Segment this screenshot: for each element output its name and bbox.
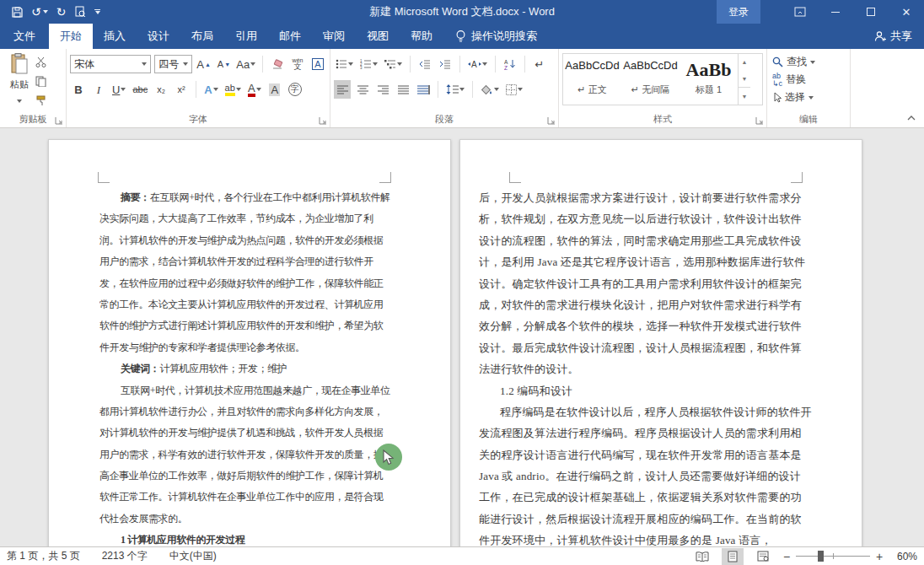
italic-button[interactable]: I bbox=[90, 80, 107, 99]
collapse-ribbon-button[interactable] bbox=[907, 114, 916, 122]
subscript-button[interactable]: x₂ bbox=[153, 80, 169, 99]
ribbon-display-options-button[interactable] bbox=[782, 0, 818, 24]
style-sample: AaBb bbox=[680, 59, 738, 81]
read-mode-button[interactable] bbox=[691, 548, 713, 565]
shrink-font-button[interactable]: A▼ bbox=[216, 55, 233, 73]
style-card-0[interactable]: AaBbCcDd↵ 正文 bbox=[563, 54, 621, 105]
word-count-status[interactable]: 2213 个字 bbox=[102, 549, 148, 563]
align-center-button[interactable] bbox=[354, 80, 371, 99]
ribbon-tab-3[interactable]: 布局 bbox=[180, 24, 224, 49]
tab-file[interactable]: 文件 bbox=[0, 24, 49, 49]
asian-layout-button[interactable]: A bbox=[466, 55, 489, 73]
style-card-2[interactable]: AaBb标题 1 bbox=[680, 54, 738, 105]
zoom-level[interactable]: 60% bbox=[892, 551, 917, 562]
decrease-indent-icon bbox=[419, 59, 431, 69]
ribbon-tab-7[interactable]: 视图 bbox=[356, 24, 400, 49]
select-button[interactable]: 选择 bbox=[771, 89, 846, 106]
zoom-slider-thumb[interactable] bbox=[818, 551, 824, 562]
close-button[interactable]: ✕ bbox=[889, 0, 924, 24]
character-shading-button[interactable]: A bbox=[266, 80, 283, 99]
document-text-line: 发流程图及算法进行程序编码。程序员根据设计人员的需求利用相 bbox=[479, 422, 818, 444]
paragraph-dialog-launcher[interactable] bbox=[547, 116, 556, 125]
bullets-button[interactable] bbox=[334, 55, 355, 73]
align-right-button[interactable] bbox=[374, 80, 391, 99]
bold-button[interactable]: B bbox=[70, 80, 87, 99]
line-spacing-button[interactable] bbox=[444, 80, 466, 99]
decrease-indent-button[interactable] bbox=[416, 55, 433, 73]
styles-gallery-more-button[interactable]: ▼ bbox=[739, 87, 750, 105]
print-layout-button[interactable] bbox=[722, 548, 744, 565]
ribbon-tab-1[interactable]: 插入 bbox=[93, 24, 137, 49]
minimize-button[interactable] bbox=[818, 0, 853, 24]
justify-button[interactable] bbox=[395, 80, 411, 99]
document-canvas[interactable]: 摘要：在互联网+时代，各个行业在工作中都利用计算机软件解决实际问题，大大提高了工… bbox=[0, 128, 924, 546]
paste-button[interactable]: 粘贴 bbox=[3, 53, 35, 110]
replace-button[interactable]: ab↳c 替换 bbox=[771, 71, 846, 89]
strikethrough-button[interactable]: abc bbox=[131, 80, 149, 99]
character-border-button[interactable]: A bbox=[309, 55, 326, 73]
styles-dialog-launcher[interactable] bbox=[755, 116, 764, 125]
multilevel-list-button[interactable] bbox=[383, 55, 404, 73]
align-left-button[interactable] bbox=[334, 80, 351, 99]
styles-scroll-up-button[interactable]: ▲ bbox=[739, 54, 750, 71]
styles-scroll-down-button[interactable]: ▼ bbox=[739, 71, 750, 88]
cut-button[interactable] bbox=[35, 56, 46, 71]
paste-label: 粘贴 bbox=[3, 78, 35, 91]
page-2-text[interactable]: 后，开发人员就根据需求方案进行设计，设计前要进行软件需求分析，软件规划，在双方意… bbox=[479, 187, 818, 546]
copy-button[interactable] bbox=[35, 75, 46, 90]
underline-button[interactable]: U bbox=[110, 80, 127, 99]
font-size-select[interactable]: 四号 bbox=[154, 55, 191, 73]
change-case-button[interactable]: Aa bbox=[236, 55, 257, 73]
zoom-out-button[interactable]: − bbox=[782, 550, 791, 563]
format-painter-button[interactable] bbox=[35, 94, 46, 110]
ribbon-tabs: 开始插入设计布局引用邮件审阅视图帮助 bbox=[49, 24, 443, 49]
grow-font-button[interactable]: A▲ bbox=[196, 55, 212, 73]
editing-group: 查找 ab↳c 替换 选择 编辑 bbox=[767, 49, 851, 127]
ribbon-tab-8[interactable]: 帮助 bbox=[400, 24, 443, 49]
line-spacing-icon bbox=[446, 84, 459, 94]
text-effects-button[interactable]: A bbox=[202, 80, 219, 99]
enclose-characters-button[interactable]: 字 bbox=[287, 80, 304, 99]
highlight-color-button[interactable]: ab bbox=[223, 80, 243, 99]
ribbon-tab-4[interactable]: 引用 bbox=[224, 24, 268, 49]
increase-indent-button[interactable] bbox=[437, 55, 454, 73]
zoom-slider[interactable]: − + bbox=[782, 550, 884, 563]
clear-formatting-button[interactable] bbox=[269, 55, 286, 73]
document-text-line: 互联网+时代，计算机技术应用范围越来越广，现在企事业单位 bbox=[99, 380, 395, 401]
shading-button[interactable] bbox=[479, 80, 501, 99]
ribbon-tab-5[interactable]: 邮件 bbox=[268, 24, 312, 49]
justify-icon bbox=[398, 85, 409, 94]
distributed-button[interactable] bbox=[415, 80, 432, 99]
svg-text:3: 3 bbox=[360, 66, 363, 69]
document-page-2[interactable]: 后，开发人员就根据需求方案进行设计，设计前要进行软件需求分析，软件规划，在双方意… bbox=[459, 139, 862, 546]
document-page-1[interactable]: 摘要：在互联网+时代，各个行业在工作中都利用计算机软件解决实际问题，大大提高了工… bbox=[48, 139, 451, 546]
pinyin-guide-button[interactable]: wén文 bbox=[289, 55, 306, 73]
ribbon-tab-6[interactable]: 审阅 bbox=[312, 24, 356, 49]
maximize-button[interactable] bbox=[853, 0, 889, 24]
sign-in-button[interactable]: 登录 bbox=[717, 0, 760, 24]
web-layout-button[interactable] bbox=[752, 548, 774, 565]
document-text-line: 设计。确定软件设计工具有的工具用户需求利用软件设计的框架完 bbox=[479, 273, 818, 294]
ribbon-tab-2[interactable]: 设计 bbox=[137, 24, 180, 49]
styles-group: AaBbCcDd↵ 正文AaBbCcDd↵ 无间隔AaBb标题 1 ▲ ▼ ▼ … bbox=[559, 49, 767, 127]
margin-corner-mark bbox=[98, 172, 110, 183]
document-text-line: 1.2 编码和设计 bbox=[479, 380, 818, 401]
share-button[interactable]: 共享 bbox=[874, 24, 912, 49]
show-formatting-marks-button[interactable]: ↵ bbox=[531, 55, 548, 73]
numbering-button[interactable]: 123 bbox=[358, 55, 379, 73]
zoom-in-button[interactable]: + bbox=[875, 550, 884, 563]
font-name-select[interactable]: 宋体 bbox=[70, 55, 151, 73]
language-status[interactable]: 中文(中国) bbox=[169, 549, 217, 563]
tell-me-search[interactable]: 操作说明搜索 bbox=[455, 24, 537, 49]
font-color-button[interactable]: A bbox=[246, 80, 263, 99]
borders-button[interactable] bbox=[504, 80, 524, 99]
style-card-1[interactable]: AaBbCcDd↵ 无间隔 bbox=[621, 54, 680, 105]
find-button[interactable]: 查找 bbox=[771, 53, 846, 71]
page-1-text[interactable]: 摘要：在互联网+时代，各个行业在工作中都利用计算机软件解决实际问题，大大提高了工… bbox=[99, 187, 395, 546]
ribbon-tab-0[interactable]: 开始 bbox=[49, 24, 93, 49]
superscript-button[interactable]: x² bbox=[173, 80, 190, 99]
font-dialog-launcher[interactable] bbox=[319, 116, 327, 125]
clipboard-dialog-launcher[interactable] bbox=[55, 116, 63, 125]
sort-button[interactable]: A Z bbox=[502, 55, 518, 73]
page-number-status[interactable]: 第 1 页，共 5 页 bbox=[7, 549, 80, 563]
